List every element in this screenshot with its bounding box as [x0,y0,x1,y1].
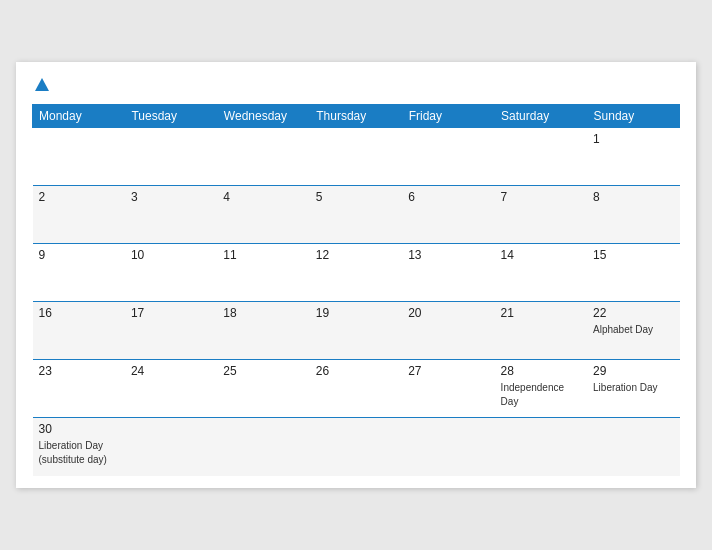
calendar-cell [125,128,217,186]
day-number: 14 [501,248,581,262]
calendar-cell [402,418,494,476]
calendar-cell: 1 [587,128,679,186]
calendar-cell: 21 [495,302,587,360]
header [32,78,680,92]
calendar-cell [587,418,679,476]
event-text: Alphabet Day [593,324,653,335]
weekday-header-saturday: Saturday [495,105,587,128]
calendar-cell: 23 [33,360,125,418]
calendar-cell [217,418,309,476]
event-text: Independence Day [501,382,564,407]
calendar-week-row: 232425262728Independence Day29Liberation… [33,360,680,418]
day-number: 6 [408,190,488,204]
calendar-cell [495,128,587,186]
day-number: 19 [316,306,396,320]
calendar-cell [310,128,402,186]
calendar-week-row: 9101112131415 [33,244,680,302]
calendar-cell [402,128,494,186]
calendar-cell: 17 [125,302,217,360]
day-number: 25 [223,364,303,378]
calendar-cell: 7 [495,186,587,244]
day-number: 15 [593,248,673,262]
day-number: 10 [131,248,211,262]
calendar-cell [33,128,125,186]
day-number: 12 [316,248,396,262]
weekday-header-wednesday: Wednesday [217,105,309,128]
day-number: 24 [131,364,211,378]
day-number: 3 [131,190,211,204]
day-number: 5 [316,190,396,204]
day-number: 26 [316,364,396,378]
weekday-header-row: MondayTuesdayWednesdayThursdayFridaySatu… [33,105,680,128]
calendar-cell: 15 [587,244,679,302]
day-number: 11 [223,248,303,262]
calendar-cell: 16 [33,302,125,360]
day-number: 7 [501,190,581,204]
day-number: 13 [408,248,488,262]
day-number: 21 [501,306,581,320]
calendar-cell: 27 [402,360,494,418]
calendar-cell [310,418,402,476]
calendar-week-row: 16171819202122Alphabet Day [33,302,680,360]
calendar-cell: 8 [587,186,679,244]
logo-blue-text [32,78,49,92]
calendar-week-row: 1 [33,128,680,186]
calendar-cell: 6 [402,186,494,244]
calendar-cell: 3 [125,186,217,244]
calendar-week-row: 30Liberation Day (substitute day) [33,418,680,476]
weekday-header-thursday: Thursday [310,105,402,128]
calendar-cell: 28Independence Day [495,360,587,418]
calendar-cell: 2 [33,186,125,244]
calendar-cell: 29Liberation Day [587,360,679,418]
weekday-header-friday: Friday [402,105,494,128]
day-number: 9 [39,248,119,262]
calendar-cell: 25 [217,360,309,418]
logo-triangle-icon [35,78,49,91]
calendar-cell: 14 [495,244,587,302]
calendar-cell: 10 [125,244,217,302]
day-number: 16 [39,306,119,320]
calendar-container: MondayTuesdayWednesdayThursdayFridaySatu… [16,62,696,488]
calendar-cell: 20 [402,302,494,360]
day-number: 17 [131,306,211,320]
event-text: Liberation Day [593,382,657,393]
weekday-header-sunday: Sunday [587,105,679,128]
event-text: Liberation Day (substitute day) [39,440,107,465]
calendar-cell [495,418,587,476]
day-number: 2 [39,190,119,204]
day-number: 28 [501,364,581,378]
calendar-cell: 19 [310,302,402,360]
calendar-week-row: 2345678 [33,186,680,244]
day-number: 1 [593,132,673,146]
weekday-header-monday: Monday [33,105,125,128]
calendar-cell: 11 [217,244,309,302]
day-number: 30 [39,422,119,436]
day-number: 27 [408,364,488,378]
weekday-header-tuesday: Tuesday [125,105,217,128]
calendar-cell: 26 [310,360,402,418]
day-number: 20 [408,306,488,320]
logo [32,78,49,92]
day-number: 18 [223,306,303,320]
calendar-cell: 12 [310,244,402,302]
calendar-cell: 24 [125,360,217,418]
day-number: 23 [39,364,119,378]
calendar-cell [217,128,309,186]
calendar-table: MondayTuesdayWednesdayThursdayFridaySatu… [32,104,680,476]
day-number: 8 [593,190,673,204]
calendar-cell: 13 [402,244,494,302]
calendar-cell: 18 [217,302,309,360]
day-number: 22 [593,306,673,320]
calendar-cell: 9 [33,244,125,302]
calendar-cell: 30Liberation Day (substitute day) [33,418,125,476]
calendar-cell: 4 [217,186,309,244]
day-number: 29 [593,364,673,378]
calendar-cell [125,418,217,476]
calendar-cell: 5 [310,186,402,244]
calendar-cell: 22Alphabet Day [587,302,679,360]
day-number: 4 [223,190,303,204]
